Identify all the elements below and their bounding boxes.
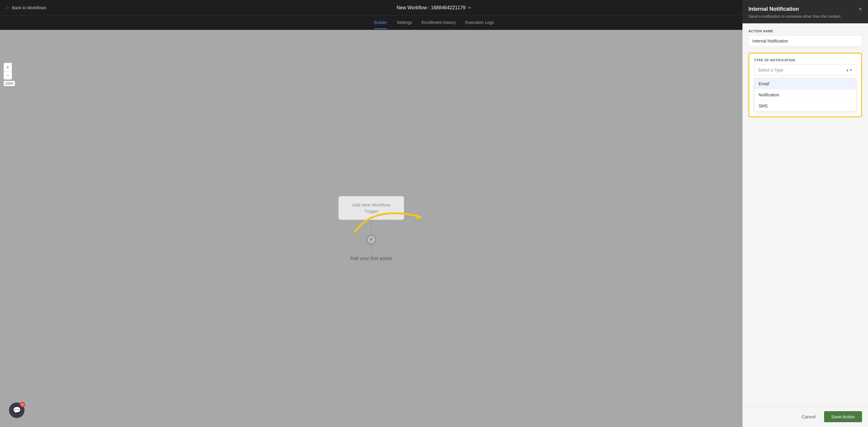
panel-subtitle: Send a notification to someone other tha…	[748, 14, 859, 19]
panel-body: ACTION NAME TYPE OF NOTIFICATION Select …	[742, 23, 868, 406]
option-sms[interactable]: SMS	[754, 100, 856, 111]
type-select[interactable]: Select a Type Email Notification SMS	[754, 64, 856, 76]
add-icon: +	[370, 236, 373, 243]
notification-type-label: TYPE OF NOTIFICATION	[754, 58, 856, 62]
right-panel: Internal Notification Send a notificatio…	[742, 0, 868, 427]
canvas-area: + − 100% Add New Workflow Trigger + Add …	[0, 30, 742, 427]
zoom-level: 100%	[4, 81, 15, 86]
svg-marker-0	[415, 214, 421, 220]
action-name-label: ACTION NAME	[748, 29, 862, 33]
notification-type-section: TYPE OF NOTIFICATION Select a Type Email…	[748, 53, 862, 117]
save-action-button[interactable]: Save Action	[824, 411, 862, 422]
chat-widget[interactable]: 💬 9	[9, 402, 25, 418]
option-email[interactable]: Email	[754, 78, 856, 89]
back-arrow-icon: ←	[6, 5, 10, 10]
zoom-in-button[interactable]: +	[4, 63, 12, 71]
zoom-out-button[interactable]: −	[4, 71, 12, 80]
zoom-controls: + − 100%	[4, 63, 15, 86]
panel-header: Internal Notification Send a notificatio…	[742, 0, 868, 23]
tab-builder[interactable]: Builder	[374, 17, 388, 29]
action-name-input[interactable]	[748, 35, 862, 47]
tab-settings[interactable]: Settings	[397, 17, 412, 29]
edit-icon[interactable]: ✏	[468, 5, 471, 10]
nav-title: New Workflow : 1688464221179 ✏	[397, 5, 472, 10]
panel-title: Internal Notification	[748, 6, 859, 12]
tab-execution-logs[interactable]: Execution Logs	[465, 17, 494, 29]
first-action-label: Add your first action	[350, 256, 392, 261]
trigger-label: Add New Workflow Trigger	[352, 202, 390, 214]
trigger-box[interactable]: Add New Workflow Trigger	[338, 196, 404, 220]
connector-line-1	[371, 220, 372, 235]
save-label: Save Action	[831, 414, 855, 419]
tab-enrollment-history[interactable]: Enrollment History	[422, 17, 456, 29]
dropdown-options: Email Notification SMS	[754, 78, 856, 112]
panel-header-content: Internal Notification Send a notificatio…	[748, 6, 859, 19]
add-action-button[interactable]: +	[367, 235, 376, 245]
zoom-out-icon: −	[6, 73, 9, 78]
chat-icon: 💬	[13, 406, 21, 414]
connector-line-2	[371, 245, 372, 253]
cancel-button[interactable]: Cancel	[797, 411, 820, 422]
close-panel-button[interactable]: ×	[859, 6, 862, 12]
option-notification[interactable]: Notification	[754, 89, 856, 100]
type-select-wrapper: Select a Type Email Notification SMS ▲▼	[754, 64, 856, 76]
top-nav: ← Back to Workflows New Workflow : 16884…	[0, 0, 868, 16]
panel-footer: Cancel Save Action	[742, 406, 868, 427]
close-icon: ×	[859, 6, 862, 12]
cancel-label: Cancel	[802, 414, 816, 419]
workflow-canvas: Add New Workflow Trigger + Add your firs…	[338, 196, 404, 261]
chat-badge: 9	[20, 402, 25, 407]
back-label: Back to Workflows	[12, 5, 46, 10]
back-button[interactable]: ← Back to Workflows	[6, 5, 46, 10]
tab-bar: Builder Settings Enrollment History Exec…	[0, 16, 868, 30]
zoom-in-icon: +	[6, 65, 9, 70]
workflow-title: New Workflow : 1688464221179	[397, 5, 466, 10]
